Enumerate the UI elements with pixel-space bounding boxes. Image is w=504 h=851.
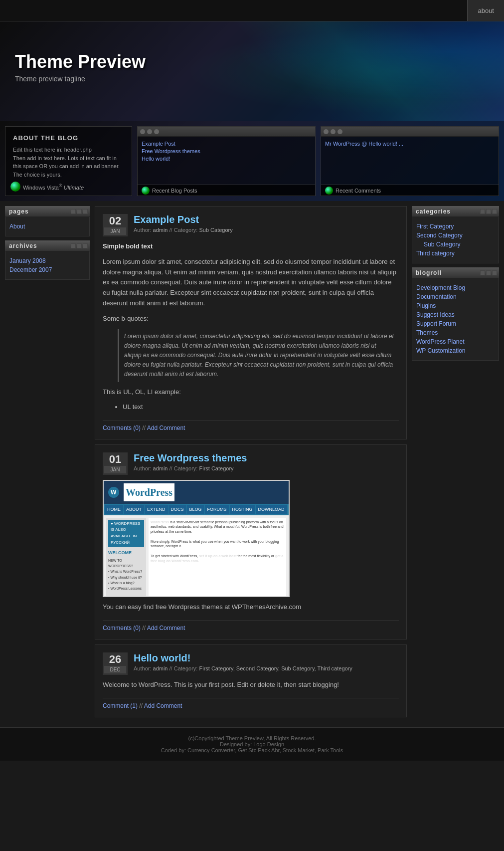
post-body-text-2: You can easy find free Wordpress themes … — [103, 602, 399, 613]
pages-widget-title: pages — [5, 206, 90, 217]
categories-widget-body: First Category Second Category Sub Categ… — [412, 217, 499, 263]
blogroll-wp-planet[interactable]: WordPress Planet — [416, 338, 495, 345]
post-meta-1: Author: admin // Category: Sub Category — [134, 227, 233, 233]
post-title-link-2[interactable]: Free Wordpress themes — [134, 452, 247, 463]
add-comment-link-3[interactable]: Add Comment — [144, 702, 182, 709]
about-link[interactable]: about — [467, 0, 504, 21]
recent-posts-list: Example Post Free Wordpress themes Hello… — [138, 137, 315, 166]
win-btn-9 — [492, 209, 497, 214]
post-date-1: 02 JAN — [103, 214, 128, 236]
blogroll-widget-body: Development Blog Documentation Plugins S… — [412, 278, 499, 361]
win-btn-12 — [492, 270, 497, 275]
post-title-area-2: Free Wordpress themes Author: admin // C… — [134, 452, 247, 471]
blogroll-widget-title: blogroll — [412, 267, 499, 278]
post-footer-1: Comments (0) // Add Comment — [103, 420, 399, 431]
archives-widget-body: January 2008 December 2007 — [5, 251, 90, 280]
wp-sidebar: ● WORDPRESS IS ALSO AVAILABLE IN РУССКИЙ… — [106, 518, 146, 598]
top-navigation: about — [0, 0, 504, 21]
recent-comments-label: Recent Comments — [336, 188, 381, 194]
win-btn-6 — [83, 243, 88, 248]
site-tagline: Theme preview tagline — [15, 75, 489, 83]
maximize-icon-2 — [331, 129, 336, 134]
post-body-3: Welcome to WordPress. This is your first… — [103, 680, 399, 690]
recent-post-link-2[interactable]: Free Wordpress themes — [142, 148, 311, 154]
post-meta-2: Author: admin // Category: First Categor… — [134, 465, 247, 471]
win-btn-7 — [480, 209, 485, 214]
post-blockquote-1: Lorem ipsum dolor sit amet, consectetur … — [118, 329, 399, 382]
blogroll-wp-custom[interactable]: WP Customization — [416, 347, 495, 354]
win-btn-2 — [77, 209, 82, 214]
wp-body: ● WORDPRESS IS ALSO AVAILABLE IN РУССКИЙ… — [104, 515, 289, 598]
pages-widget: pages About — [5, 206, 90, 236]
archive-dec-2007[interactable]: December 2007 — [9, 266, 85, 273]
post-month-3: DEC — [104, 666, 126, 673]
win-btn-1 — [71, 209, 76, 214]
blogroll-support[interactable]: Support Forum — [416, 320, 495, 327]
comments-link-2[interactable]: Comments (0) — [103, 625, 141, 632]
recent-comment-link-1[interactable]: Mr WordPress @ Hello world! ... — [325, 141, 495, 147]
win-btn-3 — [83, 209, 88, 214]
post-date-2: 01 JAN — [103, 452, 128, 475]
blogroll-dev[interactable]: Development Blog — [416, 284, 495, 291]
page-about-link[interactable]: About — [9, 223, 85, 230]
blogroll-suggest[interactable]: Suggest Ideas — [416, 311, 495, 318]
category-sub: Sub Category — [416, 241, 495, 248]
post-title-link-3[interactable]: Hello world! — [134, 652, 190, 663]
category-first: First Category — [416, 223, 495, 230]
post-day-1: 02 — [104, 215, 126, 226]
post-footer-3: Comment (1) // Add Comment — [103, 698, 399, 709]
comments-link-3[interactable]: Comment (1) — [103, 702, 138, 709]
post-footer-2: Comments (0) // Add Comment — [103, 620, 399, 632]
post-month-1: JAN — [104, 227, 126, 235]
wp-welcome: WELCOME — [108, 549, 144, 556]
close-icon — [154, 129, 159, 134]
post-category-3: First Category, Second Category, Sub Cat… — [199, 665, 352, 671]
add-comment-link-1[interactable]: Add Comment — [147, 425, 185, 431]
maximize-icon — [147, 129, 152, 134]
categories-label: categories — [416, 208, 451, 215]
footer-coded: Coded by: Currency Converter, Get Stc Pa… — [7, 747, 497, 753]
recent-post-link-3[interactable]: Hello world! — [142, 156, 311, 162]
blogroll-label: blogroll — [416, 269, 442, 276]
close-icon-2 — [337, 129, 342, 134]
blogroll-docs[interactable]: Documentation — [416, 293, 495, 300]
blogroll-plugins[interactable]: Plugins — [416, 302, 495, 309]
about-heading: ABOUT THE BLOG — [13, 134, 124, 142]
content-area: 02 JAN Example Post Author: admin // Cat… — [95, 206, 407, 722]
win-btn-10 — [480, 270, 485, 275]
post-header-1: 02 JAN Example Post Author: admin // Cat… — [103, 214, 399, 236]
recent-posts-footer: Recent Blog Posts — [138, 185, 315, 196]
site-title: Theme Preview — [15, 51, 489, 72]
archive-jan-2008[interactable]: January 2008 — [9, 257, 85, 264]
archives-widget: archives January 2008 December 2007 — [5, 240, 90, 280]
wp-description: NEW TO WORDPRESS?• What is WordPress?• W… — [108, 558, 144, 591]
post-day-2: 01 — [104, 454, 126, 465]
site-footer: (c)Copyrighted Theme Preview, All Rights… — [0, 727, 504, 761]
post-author-1: admin — [153, 227, 168, 233]
post-meta-3: Author: admin // Category: First Categor… — [134, 665, 352, 671]
recent-post-link-1[interactable]: Example Post — [142, 141, 311, 147]
category-third: Third category — [416, 250, 495, 257]
main-wrapper: pages About archives — [0, 201, 504, 727]
panel-titlebar-2 — [321, 127, 499, 137]
featured-section: ABOUT THE BLOG Edit this text here in: h… — [0, 121, 504, 201]
vista-text: Windows Vista® Ultimate — [23, 183, 84, 191]
blogroll-themes[interactable]: Themes — [416, 329, 495, 336]
post-header-2: 01 JAN Free Wordpress themes Author: adm… — [103, 452, 399, 475]
pages-label: pages — [9, 208, 29, 215]
win-btn-5 — [77, 243, 82, 248]
post-category-2: First Category — [199, 465, 233, 471]
add-comment-link-2[interactable]: Add Comment — [147, 625, 185, 632]
post-para-1: Lorem ipsum dolor sit amet, consectetur … — [103, 257, 399, 309]
comments-link-1[interactable]: Comments (0) — [103, 425, 141, 431]
svg-text:W: W — [111, 489, 117, 496]
recent-posts-label: Recent Blog Posts — [152, 188, 197, 194]
wp-header: W WordPress — [104, 481, 289, 504]
ul-label: This is UL, OL, LI example: — [103, 387, 399, 398]
categories-list: First Category Second Category Sub Categ… — [416, 223, 495, 257]
post-month-2: JAN — [104, 466, 126, 473]
post-title-link-1[interactable]: Example Post — [134, 214, 199, 225]
footer-copyright: (c)Copyrighted Theme Preview, All Rights… — [7, 735, 497, 741]
post-header-3: 26 DEC Hello world! Author: admin // Cat… — [103, 652, 399, 675]
recent-posts-panel: Example Post Free Wordpress themes Hello… — [137, 126, 316, 196]
